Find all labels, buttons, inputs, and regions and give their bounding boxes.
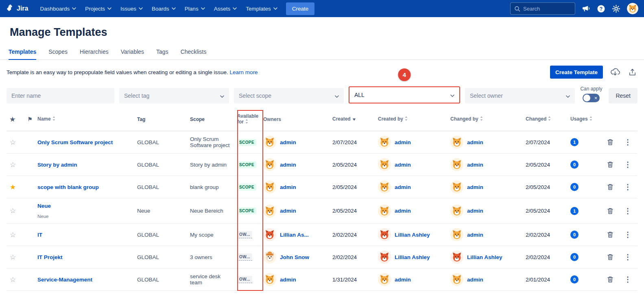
owner-link[interactable]: admin	[280, 139, 296, 145]
owner-link[interactable]: Lillian As...	[280, 232, 309, 238]
owner-link[interactable]: John Snow	[280, 254, 309, 260]
changed-by-link[interactable]: admin	[467, 162, 483, 168]
column-header-changed[interactable]: Changed	[526, 110, 570, 131]
row-menu-button[interactable]: ⋮	[622, 253, 634, 261]
created-by-link[interactable]: Lillian Ashley	[395, 254, 430, 260]
owner-link[interactable]: admin	[280, 184, 296, 190]
column-header-created_by[interactable]: Created by	[378, 110, 450, 131]
jira-logo[interactable]: Jira	[6, 4, 28, 13]
column-header-available_for[interactable]: Available for	[237, 110, 263, 131]
template-name-link[interactable]: scope with blank group	[37, 184, 99, 190]
learn-more-link[interactable]: Learn more	[230, 69, 258, 75]
row-menu-button[interactable]: ⋮	[622, 207, 634, 215]
column-header-name[interactable]: Name	[37, 110, 137, 131]
tab-scopes[interactable]: Scopes	[48, 48, 68, 59]
template-name-link[interactable]: IT Projekt	[37, 254, 63, 260]
dog-avatar-icon	[450, 228, 463, 241]
row-menu-button[interactable]: ⋮	[622, 160, 634, 169]
export-share-icon[interactable]	[627, 67, 637, 77]
changed-by-link[interactable]: admin	[467, 277, 483, 283]
owner-link[interactable]: admin	[280, 162, 296, 168]
tag-filter-select[interactable]: Select tag	[119, 88, 229, 103]
owner-link[interactable]: admin	[280, 208, 296, 214]
nav-item-assets[interactable]: Assets	[210, 3, 242, 15]
favorite-star-toggle[interactable]: ☆	[10, 139, 16, 146]
created-by-link[interactable]: admin	[395, 162, 411, 168]
scope-filter-select[interactable]: Select scope	[234, 88, 344, 103]
row-menu-button[interactable]: ⋮	[622, 138, 634, 146]
favorite-star-toggle[interactable]: ☆	[10, 161, 16, 169]
nav-item-projects[interactable]: Projects	[81, 3, 116, 15]
toggle-cross-icon: ×	[594, 94, 598, 102]
owner-link[interactable]: admin	[280, 277, 296, 283]
nav-item-templates[interactable]: Templates	[241, 3, 282, 15]
help-icon[interactable]: ?	[597, 4, 605, 13]
tab-checklists[interactable]: Checklists	[181, 48, 207, 59]
created-by-link[interactable]: Lillian Ashley	[395, 232, 430, 238]
usages-count-badge: 0	[570, 183, 579, 191]
import-cloud-download-icon[interactable]	[609, 67, 621, 77]
changed-by-link[interactable]: Lillian Ashley	[467, 254, 502, 260]
changed-by-link[interactable]: admin	[467, 139, 483, 145]
favorite-star-toggle[interactable]: ★	[10, 183, 16, 191]
row-menu-button[interactable]: ⋮	[622, 183, 634, 191]
created-by-link[interactable]: admin	[395, 139, 411, 145]
template-name-link[interactable]: Story by admin	[37, 162, 77, 168]
nav-item-dashboards[interactable]: Dashboards	[35, 3, 81, 15]
template-name-link[interactable]: Service-Management	[37, 277, 92, 283]
changed-by-link[interactable]: admin	[467, 184, 483, 190]
table-body: ☆Only Scrum Software projectGLOBALOnly S…	[7, 131, 637, 291]
nav-item-plans[interactable]: Plans	[180, 3, 210, 15]
delete-template-button[interactable]	[606, 160, 614, 169]
delete-template-button[interactable]	[606, 253, 614, 262]
created-by-link[interactable]: admin	[395, 184, 411, 190]
created-by-cell: admin	[378, 180, 447, 193]
delete-template-button[interactable]	[606, 182, 614, 191]
feedback-megaphone-icon[interactable]	[582, 5, 590, 13]
delete-template-button[interactable]	[606, 138, 614, 147]
can-apply-toggle[interactable]: ×	[583, 94, 600, 102]
column-header-changed_by[interactable]: Changed by	[450, 110, 526, 131]
tab-hierarchies[interactable]: Hierarchies	[80, 48, 109, 59]
created-by-cell: admin	[378, 273, 447, 286]
user-avatar-button[interactable]	[627, 3, 638, 14]
settings-gear-icon[interactable]	[612, 4, 620, 13]
column-header-usages[interactable]: Usages	[570, 110, 606, 131]
favorite-star-toggle[interactable]: ☆	[10, 253, 16, 261]
nav-item-boards[interactable]: Boards	[147, 3, 180, 15]
template-name-link[interactable]: Only Scrum Software project	[37, 139, 113, 145]
template-name-link[interactable]: Neue	[37, 203, 51, 209]
create-template-button[interactable]: Create Template	[550, 66, 603, 79]
delete-template-button[interactable]	[606, 275, 614, 284]
tab-tags[interactable]: Tags	[156, 48, 168, 59]
dog-avatar-icon	[378, 228, 391, 241]
created-by-link[interactable]: admin	[395, 208, 411, 214]
row-menu-button[interactable]: ⋮	[622, 275, 634, 284]
template-name-link[interactable]: IT	[37, 232, 42, 238]
changed-by-link[interactable]: admin	[467, 208, 483, 214]
changed-by-link[interactable]: admin	[467, 232, 483, 238]
template-row: ☆Story by adminGLOBALStory by adminSCOPE…	[7, 154, 637, 176]
available-for-badge: OW...	[237, 276, 252, 283]
available-for-filter-select[interactable]: ALL	[349, 87, 459, 103]
name-filter-input[interactable]	[7, 88, 114, 103]
delete-template-button[interactable]	[606, 207, 614, 215]
tab-variables[interactable]: Variables	[121, 48, 144, 59]
nav-create-button[interactable]: Create	[286, 2, 315, 15]
row-menu-button[interactable]: ⋮	[622, 231, 634, 239]
dog-avatar-icon	[450, 204, 463, 218]
owner-filter-select[interactable]: Select owner	[465, 88, 575, 103]
delete-template-button[interactable]	[606, 230, 614, 239]
template-row: ☆Only Scrum Software projectGLOBALOnly S…	[7, 131, 637, 154]
created-by-link[interactable]: admin	[395, 277, 411, 283]
favorite-star-toggle[interactable]: ☆	[10, 231, 16, 239]
tab-templates[interactable]: Templates	[9, 48, 36, 60]
reset-button[interactable]: Reset	[609, 88, 637, 103]
search-input[interactable]	[523, 6, 571, 12]
can-apply-group: Can apply ×	[580, 86, 602, 103]
favorite-star-toggle[interactable]: ☆	[10, 207, 16, 215]
nav-item-issues[interactable]: Issues	[116, 3, 147, 15]
changed-by-cell: Lillian Ashley	[450, 251, 522, 264]
column-header-created[interactable]: Created	[332, 110, 378, 131]
favorite-star-toggle[interactable]: ☆	[10, 276, 16, 284]
